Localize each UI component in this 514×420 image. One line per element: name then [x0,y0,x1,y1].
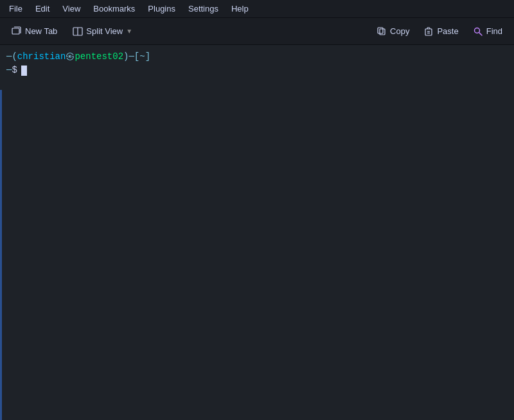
split-view-icon [73,26,83,37]
menu-settings[interactable]: Settings [182,3,225,15]
prompt-at: ㉿ [66,50,75,64]
svg-rect-5 [425,29,432,35]
find-icon [473,26,483,37]
prompt-paren-close: )─[ [123,50,139,64]
svg-line-9 [479,32,482,35]
prompt-user: christian [17,50,66,64]
split-view-chevron-icon: ▼ [126,28,132,35]
toolbar: New Tab Split View ▼ Copy [0,18,514,45]
prompt-bracket-close: ] [145,50,150,64]
menu-bookmarks[interactable]: Bookmarks [87,3,141,15]
prompt-path: ~ [139,50,145,64]
menu-edit[interactable]: Edit [29,3,56,15]
svg-rect-3 [380,29,385,35]
prompt-dollar: $ [12,64,17,77]
split-view-label: Split View [86,26,123,36]
paste-button[interactable]: Paste [417,24,465,39]
terminal-area[interactable]: ─(christian㉿pentest02)─[~] ─$ [0,45,514,420]
terminal-cursor [21,66,27,76]
prompt-dash: ─( [6,50,17,64]
prompt-input-dash: ─ [6,64,12,77]
left-accent-bar [0,90,2,420]
copy-button[interactable]: Copy [370,24,416,39]
menu-view[interactable]: View [56,3,87,15]
copy-icon [377,26,387,37]
terminal-input-line: ─$ [6,64,508,77]
paste-label: Paste [437,26,458,36]
paste-icon [423,26,434,37]
new-tab-label: New Tab [25,26,57,36]
new-tab-button[interactable]: New Tab [5,24,64,39]
terminal-prompt-line: ─(christian㉿pentest02)─[~] [6,50,508,64]
menu-help[interactable]: Help [225,3,255,15]
find-label: Find [486,26,502,36]
prompt-host: pentest02 [75,50,123,64]
menu-plugins[interactable]: Plugins [141,3,182,15]
find-button[interactable]: Find [466,24,509,39]
menu-file[interactable]: File [3,3,29,15]
new-tab-icon [12,26,22,37]
copy-label: Copy [390,26,409,36]
svg-rect-0 [12,28,19,34]
menu-bar: File Edit View Bookmarks Plugins Setting… [0,0,514,18]
toolbar-right: Copy Paste Find [370,24,509,39]
split-view-button[interactable]: Split View ▼ [66,24,139,39]
svg-rect-4 [378,28,383,33]
